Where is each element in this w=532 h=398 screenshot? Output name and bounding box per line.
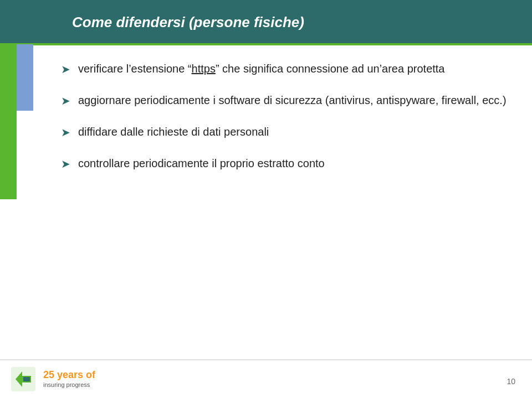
footer-tagline: insuring progress	[43, 381, 95, 389]
bullet-text-1: verificare l’estensione “https” che sign…	[78, 61, 444, 77]
company-logo: 25 years of insuring progress	[11, 367, 95, 391]
footer-years-label: 25 years of	[43, 369, 95, 381]
slide-title: Come difendersi (persone fisiche)	[72, 14, 304, 31]
https-text: https	[192, 63, 216, 75]
svg-rect-2	[23, 377, 30, 381]
page-number: 10	[507, 377, 515, 386]
list-item: ➤ diffidare dalle richieste di dati pers…	[61, 124, 510, 140]
footer-text: 25 years of insuring progress	[43, 369, 95, 389]
bullet-arrow-icon: ➤	[61, 125, 70, 140]
bullet-text-2: aggiornare periodicamente i software di …	[78, 92, 507, 108]
list-item: ➤ controllare periodicamente il proprio …	[61, 156, 510, 172]
bullet-list: ➤ verificare l’estensione “https” che si…	[61, 61, 510, 172]
left-accent-blue	[17, 44, 33, 111]
top-accent-line	[0, 43, 532, 45]
bullet-text-4: controllare periodicamente il proprio es…	[78, 156, 325, 172]
list-item: ➤ verificare l’estensione “https” che si…	[61, 61, 510, 77]
list-item: ➤ aggiornare periodicamente i software d…	[61, 92, 510, 108]
header-bar: Come difendersi (persone fisiche)	[0, 0, 532, 44]
bullet-arrow-icon: ➤	[61, 61, 70, 77]
main-content: ➤ verificare l’estensione “https” che si…	[61, 61, 510, 354]
years-text: 25 years of	[43, 369, 95, 380]
footer: 25 years of insuring progress	[0, 359, 532, 398]
bullet-text-3: diffidare dalle richieste di dati person…	[78, 124, 269, 140]
bullet-arrow-icon: ➤	[61, 93, 70, 108]
bullet-arrow-icon: ➤	[61, 156, 70, 172]
logo-icon	[11, 367, 35, 391]
left-accent-green	[0, 44, 17, 199]
slide: Come difendersi (persone fisiche) ➤ veri…	[0, 0, 532, 398]
